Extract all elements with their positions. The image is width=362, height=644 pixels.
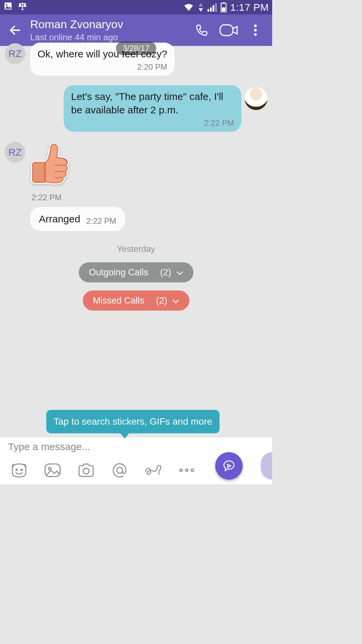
svg-point-20 [185,469,188,471]
svg-point-12 [254,33,257,36]
svg-point-16 [49,467,51,470]
self-avatar[interactable] [245,87,267,110]
voice-call-button[interactable] [188,14,215,46]
svg-point-11 [254,29,257,32]
chat-header: Roman Zvonaryov Last online 44 min ago [0,14,272,46]
chat-heads-fab[interactable] [215,452,243,480]
call-label: Outgoing Calls [89,267,148,278]
contact-avatar-initials[interactable]: RZ [5,142,25,163]
message-text: Arranged [39,212,80,226]
stickers-button[interactable] [10,461,28,479]
message-bubble[interactable]: Let's say, "The party time" cafe, I'll b… [64,85,241,132]
message-time: 2:22 PM [204,118,234,128]
android-status-bar: 1:17 PM [0,0,272,14]
more-button[interactable] [178,461,196,479]
svg-point-18 [117,467,123,473]
thumbs-up-sticker-icon[interactable] [30,141,73,190]
call-count: (2) [156,296,167,306]
message-bubble[interactable]: Arranged 2:22 PM [30,207,125,231]
svg-point-13 [16,469,17,471]
message-row-outgoing: Let's say, "The party time" cafe, I'll b… [5,85,267,132]
message-time: 2:22 PM [86,216,116,226]
svg-rect-5 [215,3,217,11]
back-button[interactable] [0,14,30,46]
message-time: 2:20 PM [137,62,167,72]
call-label: Missed Calls [93,296,144,306]
camera-button[interactable] [77,461,95,479]
gallery-button[interactable] [44,461,62,479]
balance-notification-icon [17,1,27,13]
message-row-incoming: Arranged 2:22 PM [5,207,267,231]
svg-rect-9 [220,25,233,36]
svg-rect-7 [222,2,225,4]
signal-icon [207,3,217,12]
svg-rect-8 [222,7,225,12]
message-time: 2:22 PM [32,193,73,202]
chat-scroll-area[interactable]: 3/28/17 RZ Ok, where will you feel cozy?… [0,43,272,434]
mention-button[interactable] [111,461,129,479]
chevron-down-icon [176,267,183,278]
svg-point-19 [180,469,182,471]
more-options-button[interactable] [242,14,269,46]
message-input[interactable] [8,441,264,452]
video-call-button[interactable] [215,14,242,46]
data-icon [197,3,204,12]
wifi-icon [183,3,194,12]
doodle-button[interactable] [144,461,162,479]
missed-calls-summary[interactable]: Missed Calls (2) [83,290,189,311]
contact-name: Roman Zvonaryov [30,18,188,31]
header-title-block[interactable]: Roman Zvonaryov Last online 44 min ago [30,18,188,43]
chevron-down-icon [172,296,179,306]
svg-point-21 [191,469,193,471]
svg-rect-2 [207,9,209,12]
last-seen-text: Last online 44 min ago [30,32,188,43]
gallery-notification-icon [3,1,13,13]
message-row-incoming: RZ 2:22 PM [5,141,267,202]
svg-point-1 [6,4,7,6]
svg-rect-3 [210,7,212,12]
svg-point-14 [21,469,22,471]
svg-point-10 [254,24,257,27]
contact-avatar-initials[interactable]: RZ [5,43,25,64]
sticker-search-hint-tooltip[interactable]: Tap to search stickers, GIFs and more [46,410,220,433]
svg-rect-4 [213,5,214,11]
message-text: Let's say, "The party time" cafe, I'll b… [71,90,234,117]
clock-text: 1:17 PM [230,2,269,13]
date-separator: Yesterday [5,244,267,254]
svg-point-17 [83,468,89,474]
call-count: (2) [160,267,171,278]
date-separator: 3/28/17 [116,42,156,55]
outgoing-calls-summary[interactable]: Outgoing Calls (2) [79,262,193,282]
battery-icon [220,2,227,12]
